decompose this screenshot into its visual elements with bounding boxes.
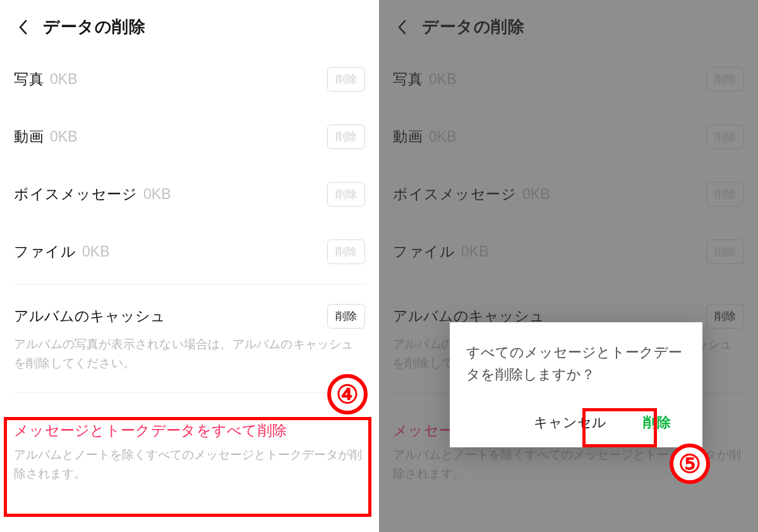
divider: [14, 284, 365, 285]
delete-all-messages-title: メッセージとトークデータをすべて削除: [14, 421, 365, 440]
row-photos: 写真 0KB 削除: [14, 51, 365, 108]
album-cache-block: アルバムのキャッシュ 削除 アルバムの写真が表示されない場合は、アルバムのキャッ…: [14, 287, 365, 373]
delete-button-videos[interactable]: 削除: [327, 124, 365, 149]
delete-button-voice[interactable]: 削除: [327, 182, 365, 207]
row-label: ボイスメッセージ: [14, 184, 137, 204]
album-cache-desc: アルバムの写真が表示されない場合は、アルバムのキャッシュを削除してください。: [14, 335, 365, 373]
row-voice: ボイスメッセージ 0KB 削除: [14, 166, 365, 223]
left-pane: データの削除 写真 0KB 削除 動画 0KB 削除 ボイスメッセージ: [0, 0, 379, 532]
row-label: 動画: [14, 127, 44, 147]
row-size: 0KB: [143, 186, 171, 203]
row-label: ファイル: [14, 242, 76, 262]
row-files: ファイル 0KB 削除: [14, 223, 365, 281]
delete-button-files[interactable]: 削除: [327, 239, 365, 264]
row-size: 0KB: [50, 128, 77, 145]
delete-all-messages-block[interactable]: メッセージとトークデータをすべて削除 アルバムとノートを除くすべてのメッセージと…: [14, 416, 365, 489]
back-button[interactable]: [14, 18, 32, 36]
dialog-confirm-button[interactable]: 削除: [643, 413, 671, 432]
row-videos: 動画 0KB 削除: [14, 108, 365, 166]
left-header: データの削除: [0, 0, 379, 51]
delete-button-photos[interactable]: 削除: [327, 67, 365, 92]
dialog-cancel-button[interactable]: キャンセル: [534, 413, 606, 432]
dialog-message: すべてのメッセージとトークデータを削除しますか？: [466, 341, 686, 385]
right-pane: データの削除 写真 0KB 削除 動画 0KB 削除 ボイスメッセージ: [379, 0, 758, 532]
row-size: 0KB: [50, 71, 77, 88]
modal-overlay[interactable]: [379, 0, 758, 532]
row-size: 0KB: [82, 243, 109, 260]
delete-button-album-cache[interactable]: 削除: [327, 304, 365, 329]
album-cache-title: アルバムのキャッシュ: [14, 306, 165, 326]
delete-all-messages-desc: アルバムとノートを除くすべてのメッセージとトークデータが削除されます。: [14, 445, 365, 484]
confirm-dialog: すべてのメッセージとトークデータを削除しますか？ キャンセル 削除: [450, 322, 702, 447]
row-label: 写真: [14, 70, 44, 89]
page-title: データの削除: [43, 16, 145, 38]
divider: [14, 392, 365, 393]
chevron-left-icon: [18, 20, 27, 35]
